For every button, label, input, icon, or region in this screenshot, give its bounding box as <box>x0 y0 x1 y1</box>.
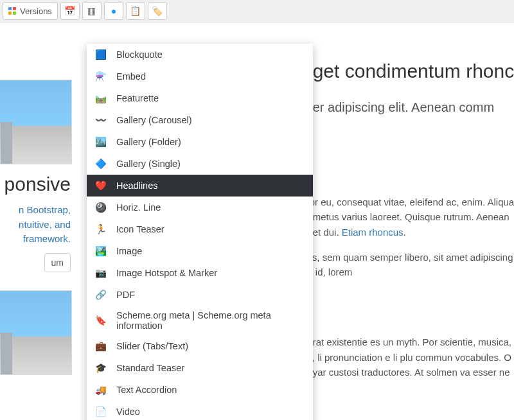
versions-button[interactable]: Versions <box>3 2 58 20</box>
dropdown-item-text-accordion[interactable]: 🚚Text Accordion <box>87 379 313 401</box>
dropdown-item-label: Text Accordion <box>116 385 177 395</box>
dropdown-item-horiz-line[interactable]: 🎱Horiz. Line <box>87 197 313 218</box>
clipboard-button[interactable]: 📋 <box>126 2 145 20</box>
dropdown-item-blockquote[interactable]: 🟦Blockquote <box>87 44 313 66</box>
dropdown-item-pdf[interactable]: 🔗PDF <box>87 284 313 306</box>
lead-paragraph: tuer adipiscing elit. Aenean comm <box>302 98 514 118</box>
clipboard-icon: 📋 <box>130 6 141 16</box>
headlines-icon: ❤️ <box>94 179 107 192</box>
main-content: eget condimentum rhonc tuer adipiscing e… <box>302 60 514 390</box>
dropdown-item-label: Horiz. Line <box>116 202 161 213</box>
dropdown-item-label: Headlines <box>116 180 158 191</box>
text-accordion-icon: 🚚 <box>94 383 107 396</box>
page-title: eget condimentum rhonc <box>302 60 514 82</box>
dropdown-item-video[interactable]: 📄Video <box>87 401 313 420</box>
icon-teaser-icon: 🏃 <box>94 223 107 236</box>
dropdown-item-standard-teaser[interactable]: 🎓Standard Teaser <box>87 357 313 379</box>
video-icon: 📄 <box>94 405 107 418</box>
scheme-meta-icon: 🔖 <box>94 314 107 327</box>
dropdown-item-label: Gallery (Carousel) <box>116 115 192 125</box>
dropdown-item-label: Blockquote <box>116 49 163 60</box>
dropdown-item-label: Standard Teaser <box>116 363 184 373</box>
thumbnail-image-1 <box>0 80 72 164</box>
image-icon: 🏞️ <box>94 245 107 258</box>
calendar-button[interactable]: 📅 <box>60 2 80 20</box>
dropdown-item-image[interactable]: 🏞️Image <box>87 240 313 262</box>
image-hotspot-icon: 📷 <box>94 267 107 279</box>
tag-icon: 🏷️ <box>152 6 163 16</box>
blocks-button[interactable]: ▥ <box>82 2 102 20</box>
pdf-icon: 🔗 <box>94 288 107 301</box>
insert-block-dropdown: 🟦Blockquote⚗️Embed🛤️Featurette〰️Gallery … <box>87 44 313 420</box>
dropdown-item-scheme-meta[interactable]: 🔖Scheme.org meta | Scheme.org meta infor… <box>87 306 313 335</box>
dropdown-item-slider[interactable]: 💼Slider (Tabs/Text) <box>87 335 313 357</box>
dropdown-item-embed[interactable]: ⚗️Embed <box>87 66 313 87</box>
top-toolbar: Versions 📅 ▥ ● 📋 🏷️ <box>0 0 514 22</box>
versions-icon <box>8 7 16 15</box>
pie-icon: ● <box>111 6 116 16</box>
tag-button[interactable]: 🏷️ <box>148 2 167 20</box>
paragraph-2: cus, sem quam semper libero, sit amet ad… <box>302 250 514 280</box>
page-body: ponsive n Bootstrap, ntuitive, and frame… <box>0 22 514 420</box>
dropdown-item-headlines[interactable]: ❤️Headlines <box>87 175 313 197</box>
dropdown-item-label: Featurette <box>116 93 159 103</box>
slider-icon: 💼 <box>94 340 107 353</box>
gallery-folder-icon: 🏙️ <box>94 136 107 148</box>
dropdown-item-gallery-folder[interactable]: 🏙️Gallery (Folder) <box>87 131 313 153</box>
dropdown-item-label: Icon Teaser <box>116 224 164 234</box>
blocks-icon: ▥ <box>87 6 96 16</box>
blockquote-icon: 🟦 <box>94 48 107 61</box>
paragraph-1: titor eu, consequat vitae, eleifend ac, … <box>302 195 514 240</box>
dropdown-item-label: Video <box>116 407 140 417</box>
dropdown-item-label: Slider (Tabs/Text) <box>116 341 188 351</box>
responsive-heading: ponsive <box>0 173 71 195</box>
featurette-icon: 🛤️ <box>94 92 107 105</box>
dropdown-item-label: Scheme.org meta | Scheme.org meta inform… <box>116 310 305 331</box>
dropdown-item-label: Image <box>116 246 142 256</box>
dropdown-item-featurette[interactable]: 🛤️Featurette <box>87 87 313 109</box>
dropdown-item-image-hotspot[interactable]: 📷Image Hotspot & Marker <box>87 262 313 284</box>
dropdown-item-label: PDF <box>116 290 135 300</box>
thumbnail-image-2 <box>0 290 72 375</box>
etiam-link[interactable]: Etiam rhoncus <box>342 227 403 238</box>
dropdown-item-label: Image Hotspot & Marker <box>116 268 217 278</box>
dropdown-item-label: Gallery (Folder) <box>116 137 181 147</box>
paragraph-3: parat existentie es un myth. Por scienti… <box>302 335 514 380</box>
left-column: ponsive n Bootstrap, ntuitive, and frame… <box>0 22 71 384</box>
analytics-button[interactable]: ● <box>104 2 123 20</box>
dropdown-item-icon-teaser[interactable]: 🏃Icon Teaser <box>87 218 313 240</box>
responsive-button[interactable]: um <box>44 253 71 272</box>
versions-label: Versions <box>20 6 52 16</box>
gallery-carousel-icon: 〰️ <box>94 114 107 127</box>
dropdown-item-label: Embed <box>116 71 146 82</box>
dropdown-item-label: Gallery (Single) <box>116 159 181 169</box>
gallery-single-icon: 🔷 <box>94 157 107 170</box>
horiz-line-icon: 🎱 <box>94 201 107 214</box>
dropdown-item-gallery-single[interactable]: 🔷Gallery (Single) <box>87 153 313 175</box>
responsive-body: n Bootstrap, ntuitive, and framework. <box>0 203 71 247</box>
calendar-icon: 📅 <box>64 6 75 16</box>
embed-icon: ⚗️ <box>94 70 107 83</box>
dropdown-item-gallery-carousel[interactable]: 〰️Gallery (Carousel) <box>87 109 313 131</box>
standard-teaser-icon: 🎓 <box>94 362 107 374</box>
